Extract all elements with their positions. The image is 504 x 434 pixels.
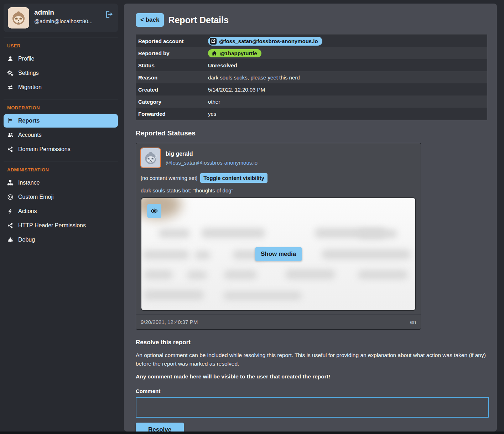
sidebar-item-profile[interactable]: Profile — [4, 52, 118, 66]
smiley-icon — [7, 194, 14, 200]
row-value: @foss_satan@fossbros-anonymous.io — [208, 37, 322, 46]
logout-icon[interactable] — [105, 10, 114, 19]
blur-blob — [144, 290, 204, 300]
report-details-table: Reported account @foss_satan@fossbros-an… — [136, 35, 487, 120]
user-handle: @admin@localhost:80... — [34, 18, 100, 24]
content-warning-text: [no content warning set] — [141, 175, 197, 181]
migration-arrows-icon — [7, 84, 14, 91]
status-names: big gerald @foss_satan@fossbros-anonymou… — [166, 150, 258, 166]
nav-section-administration: ADMINISTRATION Instance — [4, 161, 118, 247]
sidebar-item-label: Settings — [18, 70, 39, 76]
blur-blob — [358, 270, 408, 279]
home-icon — [211, 50, 217, 56]
sidebar-item-label: Domain Permissions — [18, 146, 71, 153]
status-timestamp: 9/20/2021, 12:40:37 PM — [141, 319, 198, 325]
reported-account-badge[interactable]: @foss_satan@fossbros-anonymous.io — [208, 37, 322, 46]
content-warning-row: [no content warning set] Toggle content … — [136, 172, 421, 183]
sidebar-item-domain-permissions[interactable]: Domain Permissions — [4, 143, 118, 156]
section-label: USER — [4, 42, 118, 51]
blur-blob — [159, 229, 190, 238]
blur-blob — [224, 270, 257, 279]
share-nodes-icon — [7, 222, 14, 229]
sidebar-item-label: Profile — [18, 56, 34, 62]
section-label: MODERATION — [4, 104, 118, 113]
comment-input[interactable] — [136, 397, 489, 418]
status-author-avatar[interactable] — [140, 148, 161, 168]
sidebar-item-debug[interactable]: Debug — [4, 233, 118, 247]
sidebar-item-label: Instance — [18, 180, 40, 186]
user-name: admin — [34, 9, 100, 16]
status-footer: 9/20/2021, 12:40:37 PM en — [136, 314, 421, 329]
sidebar-item-label: Custom Emoji — [18, 194, 54, 200]
row-value: 5/14/2022, 12:20:03 PM — [208, 87, 265, 93]
row-value: Unresolved — [208, 62, 237, 68]
eye-icon — [150, 207, 158, 215]
status-language: en — [410, 319, 416, 325]
row-label: Forwarded — [138, 111, 208, 117]
sidebar-item-reports[interactable]: Reports — [4, 114, 118, 128]
nav-section-moderation: MODERATION Reports Accounts — [4, 99, 118, 156]
sidebar-item-label: Actions — [18, 208, 37, 215]
comment-label: Comment — [136, 388, 487, 394]
sidebar-item-http-header-permissions[interactable]: HTTP Header Permissions — [4, 219, 118, 232]
report-details-panel: < back Report Details Reported account @… — [124, 4, 497, 432]
blur-blob — [358, 229, 397, 238]
row-label: Reported account — [138, 38, 208, 44]
title-row: < back Report Details — [136, 13, 487, 27]
status-handle-link[interactable]: @foss_satan@fossbros-anonymous.io — [166, 160, 258, 166]
table-row-forwarded: Forwarded yes — [136, 108, 487, 120]
table-row-created: Created 5/14/2022, 12:20:03 PM — [136, 83, 487, 95]
sidebar-item-label: Debug — [18, 237, 35, 243]
back-button[interactable]: < back — [136, 13, 164, 27]
sidebar-item-custom-emoji[interactable]: Custom Emoji — [4, 190, 118, 204]
table-row-status: Status Unresolved — [136, 59, 487, 71]
blur-blob — [144, 270, 173, 279]
sidebar-item-label: Reports — [18, 118, 40, 124]
sidebar-item-label: Migration — [18, 84, 42, 91]
bug-icon — [7, 237, 14, 243]
sitemap-icon — [7, 180, 14, 186]
nav-section-user: USER Profile Settings Migration — [4, 37, 118, 94]
table-row-reported-account: Reported account @foss_satan@fossbros-an… — [136, 35, 487, 47]
user-meta: admin @admin@localhost:80... — [34, 7, 100, 24]
section-label: ADMINISTRATION — [4, 166, 118, 175]
blur-blob — [195, 251, 211, 259]
row-value: yes — [208, 111, 216, 117]
reported-by-badge[interactable]: @1happyturtle — [208, 49, 261, 57]
reported-statuses-heading: Reported Statuses — [136, 129, 487, 137]
sidebar-item-instance[interactable]: Instance — [4, 176, 118, 190]
sidebar-item-migration[interactable]: Migration — [4, 81, 118, 94]
table-row-category: Category other — [136, 95, 487, 108]
sidebar-item-actions[interactable]: Actions — [4, 205, 118, 218]
blur-blob — [223, 291, 302, 300]
resolve-description: An optional comment can be included whil… — [136, 351, 487, 368]
row-label: Status — [138, 62, 208, 68]
table-row-reason: Reason dark souls sucks, please yeet thi… — [136, 71, 487, 83]
blur-blob — [187, 271, 207, 279]
table-row-reported-by: Reported by @1happyturtle — [136, 47, 487, 59]
status-content-text: dark souls status bot: "thoughts of dog" — [136, 183, 421, 193]
sidebar-item-settings[interactable]: Settings — [4, 66, 118, 80]
resolve-warning: Any comment made here will be visible to… — [136, 373, 487, 380]
resolve-heading: Resolve this report — [136, 339, 487, 346]
user-card[interactable]: admin @admin@localhost:80... — [4, 4, 118, 32]
row-value: other — [208, 99, 220, 105]
flag-icon — [7, 118, 14, 124]
status-header: big gerald @foss_satan@fossbros-anonymou… — [136, 143, 421, 172]
toggle-content-visibility-button[interactable]: Toggle content visibility — [200, 173, 267, 183]
sidebar: admin @admin@localhost:80... USER Profil… — [4, 4, 118, 247]
row-label: Reported by — [138, 50, 208, 56]
status-media-blurred: Show media — [141, 197, 416, 311]
sidebar-item-accounts[interactable]: Accounts — [4, 128, 118, 142]
blur-blob — [285, 269, 335, 279]
hide-media-eye-button[interactable] — [147, 204, 161, 218]
users-icon — [7, 132, 14, 138]
user-icon — [7, 56, 14, 62]
row-label: Category — [138, 99, 208, 105]
status-display-name: big gerald — [166, 151, 258, 157]
blur-blob — [201, 228, 265, 238]
reported-status-card: big gerald @foss_satan@fossbros-anonymou… — [136, 143, 421, 330]
row-label: Reason — [138, 74, 208, 81]
show-media-button[interactable]: Show media — [255, 247, 302, 261]
sidebar-item-label: HTTP Header Permissions — [18, 222, 86, 229]
